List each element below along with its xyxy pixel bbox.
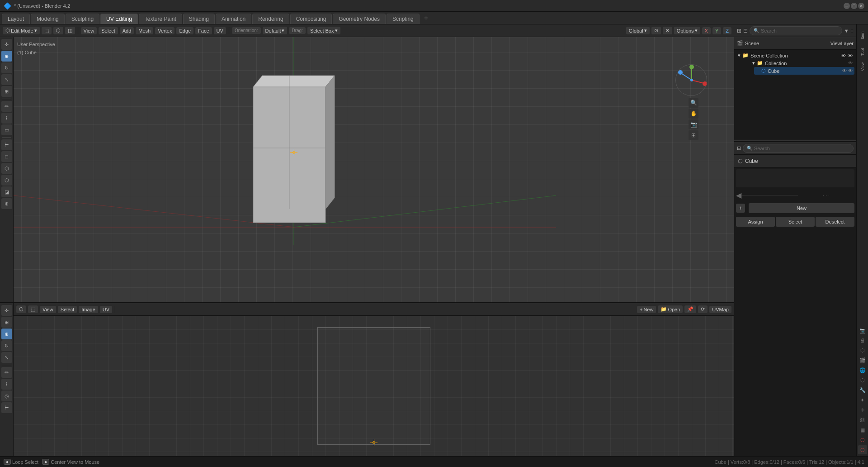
scene-props-icon[interactable]: 🎬	[858, 356, 867, 365]
scene-label[interactable]: Scene	[745, 41, 829, 46]
material-icon[interactable]: ⬡	[858, 435, 867, 444]
camera-tool[interactable]: 📷	[689, 119, 698, 129]
object-data-icon[interactable]: ▦	[858, 425, 867, 434]
select-menu[interactable]: Select	[99, 27, 118, 34]
eye2-icon[interactable]: 👁	[848, 53, 853, 58]
uv-rotate-tool[interactable]: ↻	[1, 340, 12, 351]
uv-weld[interactable]: ◎	[1, 391, 12, 401]
options-btn[interactable]: Options ▾	[674, 27, 700, 34]
scale-tool[interactable]: ⤡	[1, 74, 12, 85]
extrude-tool[interactable]: ⬡	[1, 163, 12, 174]
mesh-menu[interactable]: Mesh	[136, 27, 153, 34]
render-props-icon[interactable]: 📷	[858, 326, 867, 335]
overlay-btn[interactable]: ⬡	[53, 27, 63, 34]
annotate-tool[interactable]: ✏	[1, 101, 12, 112]
vertex-menu[interactable]: Vertex	[155, 27, 175, 34]
uv-annotate[interactable]: ✏	[1, 367, 12, 378]
uv-menu[interactable]: UV	[214, 27, 226, 34]
uv-new-btn[interactable]: + New	[637, 306, 656, 313]
pan-tool[interactable]: ✋	[689, 109, 698, 119]
material2-icon[interactable]: ⬡	[858, 445, 867, 454]
add-cube-tool[interactable]: □	[1, 151, 12, 162]
new-icon-btn[interactable]: +	[736, 204, 745, 213]
view-menu[interactable]: View	[81, 27, 97, 34]
cursor-tool[interactable]: ✛	[1, 39, 12, 50]
uv-sync-btn[interactable]: ⟳	[698, 305, 708, 313]
tab-uv-editing[interactable]: UV Editing	[100, 14, 138, 24]
uv-map-label[interactable]: UVMap	[709, 306, 731, 313]
tab-compositing[interactable]: Compositing	[290, 14, 332, 24]
prop-tool-tab[interactable]: Tool	[858, 45, 867, 59]
inset-tool[interactable]: ⬡	[1, 175, 12, 186]
global-selector[interactable]: Global ▾	[626, 27, 650, 34]
uv-annotate-line[interactable]: ⌇	[1, 379, 12, 390]
tab-scripting[interactable]: Scripting	[387, 14, 420, 24]
tab-geometry-nodes[interactable]: Geometry Nodes	[333, 14, 386, 24]
close-button[interactable]: ✕	[858, 3, 864, 9]
face-menu[interactable]: Face	[195, 27, 212, 34]
prop-view-tab[interactable]: View	[858, 60, 867, 73]
filter-icon2[interactable]: ≡	[851, 28, 854, 33]
measure-tool[interactable]: ⊢	[1, 139, 12, 150]
annotate-line[interactable]: ⌇	[1, 113, 12, 124]
x-axis-btn[interactable]: X	[702, 27, 711, 34]
tab-modeling[interactable]: Modeling	[31, 14, 65, 24]
eye-icon[interactable]: 👁	[841, 53, 846, 58]
move-tool[interactable]: ⊕	[1, 51, 12, 62]
outliner-search[interactable]: 🔍 Search	[750, 26, 842, 35]
uv-move-tool[interactable]: ⊕	[1, 329, 12, 339]
tab-layout[interactable]: Layout	[2, 14, 30, 24]
deselect-button[interactable]: Deselect	[816, 217, 854, 227]
outliner-icon2[interactable]: ⊟	[743, 28, 748, 34]
uv-open-btn[interactable]: 📁 Open	[658, 305, 683, 313]
select-button[interactable]: Select	[776, 217, 815, 227]
uv-viewport-type[interactable]: ⬡	[16, 305, 26, 313]
world-props-icon[interactable]: 🌐	[858, 366, 867, 375]
uv-pin-btn[interactable]: 📌	[684, 305, 696, 313]
prop-item-tab[interactable]: Item	[858, 26, 867, 44]
uv-scale-tool[interactable]: ⤡	[1, 352, 12, 363]
annotate-poly[interactable]: ▭	[1, 124, 12, 135]
uv-view-menu[interactable]: View	[40, 306, 56, 313]
drag-selector[interactable]: Select Box ▾	[307, 27, 340, 34]
view-layer-props-icon[interactable]: ⬡	[858, 346, 867, 355]
minimize-button[interactable]: ─	[844, 3, 850, 9]
edge-menu[interactable]: Edge	[176, 27, 193, 34]
uv-cursor-tool[interactable]: ✛	[1, 305, 12, 316]
assign-button[interactable]: Assign	[736, 217, 775, 227]
constraints-icon[interactable]: ⛓	[858, 415, 867, 424]
uv-rip[interactable]: ⊢	[1, 402, 12, 413]
collection-item[interactable]: ▾ 📁 Collection 👁	[745, 59, 854, 67]
modifier-props-icon[interactable]: 🔧	[858, 386, 867, 395]
uv-overlay-type[interactable]: ⬚	[28, 305, 38, 313]
outliner-icon[interactable]: ⊞	[737, 28, 741, 34]
uv-image-menu[interactable]: Image	[79, 306, 98, 313]
grid-toggle[interactable]: ⊞	[689, 130, 698, 140]
viewport-gizmo[interactable]: 🔍 ✋ 📷 ⊞	[675, 64, 712, 100]
zoom-tool[interactable]: 🔍	[689, 98, 698, 108]
object-props-icon[interactable]: ⬡	[858, 376, 867, 385]
orientation-selector[interactable]: Default ▾	[263, 27, 288, 34]
filter-icon[interactable]: ▼	[844, 28, 849, 33]
mode-selector[interactable]: ⬡ Edit Mode ▾	[3, 27, 40, 34]
uv-select-menu[interactable]: Select	[58, 306, 77, 313]
add-menu[interactable]: Add	[120, 27, 134, 34]
output-props-icon[interactable]: 🖨	[858, 336, 867, 345]
properties-search[interactable]: 🔍 Search	[743, 144, 854, 153]
tab-animation[interactable]: Animation	[216, 14, 251, 24]
transform-tool[interactable]: ⊞	[1, 86, 12, 97]
particles-icon[interactable]: ✦	[858, 396, 867, 405]
loop-cut-tool[interactable]: ⊕	[1, 198, 12, 209]
rotate-tool[interactable]: ↻	[1, 62, 12, 73]
maximize-button[interactable]: □	[851, 3, 857, 9]
cube-item[interactable]: ⬡ Cube 👁 👁	[754, 67, 854, 75]
tab-texture-paint[interactable]: Texture Paint	[139, 14, 182, 24]
new-button[interactable]: New	[749, 203, 854, 213]
uv-viewport[interactable]	[14, 316, 734, 456]
tab-shading[interactable]: Shading	[183, 14, 215, 24]
view-layer-label[interactable]: ViewLayer	[830, 41, 854, 46]
viewport-type-btn[interactable]: ⬚	[42, 27, 52, 34]
proportional-btn[interactable]: ⊗	[663, 27, 672, 34]
z-axis-btn[interactable]: Z	[723, 27, 731, 34]
uv-select-tool[interactable]: ⊞	[1, 317, 12, 328]
